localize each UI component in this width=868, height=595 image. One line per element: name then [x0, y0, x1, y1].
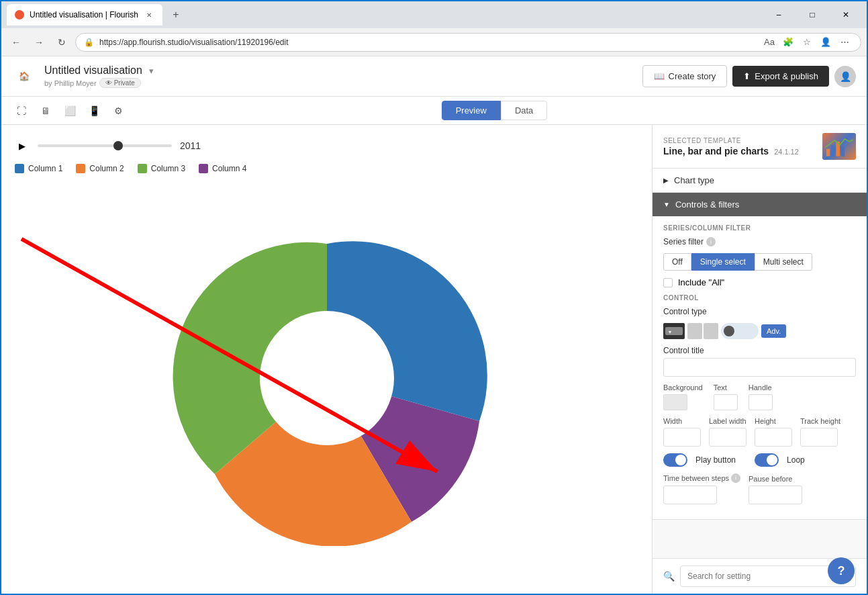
profile-icon[interactable]: 👤: [818, 34, 834, 50]
series-filter-row: Series filter i: [663, 237, 856, 246]
expand-tool-button[interactable]: ⛶: [12, 101, 31, 120]
back-button[interactable]: ←: [7, 33, 26, 52]
right-panel: Selected template Line, bar and pie char…: [652, 125, 867, 594]
ctrl-btn-left[interactable]: [687, 323, 702, 339]
dropdown-arrow[interactable]: ▾: [149, 66, 154, 76]
bookmark-icon[interactable]: ☆: [799, 34, 815, 50]
main-content: ▶ 2011 Column 1 Column 2 Column 3: [1, 125, 867, 594]
new-tab-button[interactable]: +: [166, 5, 185, 24]
legend-item-col2: Column 2: [76, 164, 124, 173]
tablet-view-button[interactable]: ⬜: [60, 101, 79, 120]
navigation-bar: ← → ↻ 🔒 https://app.flourish.studio/visu…: [1, 28, 867, 56]
template-thumbnail: [822, 133, 856, 160]
template-name: Line, bar and pie charts: [663, 146, 769, 156]
preview-area: ▶ 2011 Column 1 Column 2 Column 3: [1, 125, 652, 594]
time-between-input[interactable]: 2: [663, 486, 717, 504]
home-button[interactable]: 🏠: [12, 64, 36, 89]
handle-color-label: Handle: [749, 383, 773, 392]
address-bar[interactable]: 🔒 https://app.flourish.studio/visualisat…: [75, 33, 861, 52]
export-icon: ⬆: [743, 71, 751, 81]
export-publish-label: Export & publish: [755, 71, 818, 81]
time-between-info[interactable]: i: [731, 473, 740, 483]
chart-type-label: Chart type: [674, 175, 714, 185]
loop-toggle[interactable]: [755, 453, 779, 467]
series-filter-single[interactable]: Single select: [691, 253, 755, 271]
chart-type-section: ▶ Chart type: [653, 169, 867, 193]
legend-item-col1: Column 1: [15, 164, 62, 173]
text-color-swatch[interactable]: [714, 394, 738, 410]
tab-title: Untitled visualisation | Flourish: [30, 10, 138, 19]
desktop-view-button[interactable]: 🖥: [36, 101, 55, 120]
control-sublabel: CONTROL: [663, 294, 856, 302]
bg-color-swatch[interactable]: [663, 394, 687, 410]
create-story-button[interactable]: 📖 Create story: [642, 65, 728, 87]
series-filter-off[interactable]: Off: [663, 253, 691, 271]
adv-button[interactable]: Adv.: [761, 324, 786, 338]
label-width-input[interactable]: 4.5: [709, 428, 746, 447]
legend-label-col3: Column 3: [151, 164, 185, 173]
loop-toggle-thumb: [767, 455, 777, 465]
series-filter-info-icon[interactable]: i: [706, 237, 716, 246]
controls-filters-header[interactable]: ▼ Controls & filters: [653, 193, 867, 216]
svg-rect-5: [665, 327, 683, 335]
help-button[interactable]: ?: [828, 557, 855, 584]
width-input[interactable]: 15: [663, 428, 701, 447]
ctrl-slider[interactable]: [721, 323, 759, 339]
time-fields-row: Time between steps i 2 Pause before 0: [663, 473, 856, 504]
tab-favicon: [15, 10, 24, 19]
text-color-field: Text: [714, 383, 738, 410]
user-avatar[interactable]: 👤: [834, 66, 856, 87]
control-title-input[interactable]: [663, 358, 856, 377]
chart-type-header[interactable]: ▶ Chart type: [653, 169, 867, 192]
tab-close-btn[interactable]: ✕: [144, 9, 154, 20]
include-all-label: Include "All": [678, 277, 724, 287]
preview-tab[interactable]: Preview: [442, 101, 501, 120]
refresh-button[interactable]: ↻: [52, 33, 71, 52]
slider-thumb[interactable]: [113, 141, 123, 150]
time-between-label: Time between steps i: [663, 473, 740, 483]
pause-before-label: Pause before: [749, 475, 802, 483]
dimensions-row: Width 15 Label width 4.5 Height 1: [663, 417, 856, 447]
pause-before-input[interactable]: 0: [749, 486, 802, 504]
export-publish-button[interactable]: ⬆ Export & publish: [732, 66, 829, 87]
close-button[interactable]: ✕: [830, 4, 861, 26]
reader-icon[interactable]: Aa: [761, 34, 777, 50]
series-filter-multi[interactable]: Multi select: [755, 253, 812, 271]
extensions-icon[interactable]: 🧩: [780, 34, 796, 50]
app-header: 🏠 Untitled visualisation ▾ by Phillip Mo…: [1, 56, 867, 97]
ctrl-dropdown-icon[interactable]: ▾: [663, 323, 685, 339]
width-field: Width 15: [663, 417, 701, 447]
svg-rect-4: [841, 146, 845, 156]
height-field: Height 1: [755, 417, 792, 447]
vis-title: Untitled visualisation: [44, 64, 142, 77]
play-button[interactable]: ▶: [15, 138, 30, 153]
mobile-view-button[interactable]: 📱: [85, 101, 103, 120]
series-filter-text: Series filter: [663, 237, 704, 246]
control-title-label: Control title: [663, 346, 856, 355]
menu-icon[interactable]: ⋯: [836, 34, 853, 50]
active-tab[interactable]: Untitled visualisation | Flourish ✕: [7, 4, 162, 26]
minimize-button[interactable]: –: [763, 4, 794, 26]
track-height-input[interactable]: 0.2: [800, 428, 838, 447]
control-type-label: Control type: [663, 307, 856, 316]
forward-button[interactable]: →: [30, 33, 48, 52]
include-all-checkbox[interactable]: [663, 278, 673, 287]
controls-filters-section: ▼ Controls & filters SERIES/COLUMN FILTE…: [653, 193, 867, 520]
panel-body: ▶ Chart type ▼ Controls & filters SERIES…: [653, 169, 867, 558]
data-tab[interactable]: Data: [501, 101, 547, 120]
pause-before-field: Pause before 0: [749, 475, 802, 504]
timeline-slider[interactable]: [38, 144, 172, 147]
label-width-label: Label width: [709, 417, 746, 425]
legend-label-col1: Column 1: [28, 164, 62, 173]
maximize-button[interactable]: □: [797, 4, 828, 26]
settings-tool-button[interactable]: ⚙: [109, 101, 128, 120]
lock-icon: 🔒: [84, 38, 94, 47]
bg-color-label: Background: [663, 383, 703, 392]
legend-item-col4: Column 4: [199, 164, 246, 173]
chart-type-chevron: ▶: [663, 177, 669, 184]
control-title-field: Control title: [663, 346, 856, 377]
height-input[interactable]: 1: [755, 428, 792, 447]
ctrl-btn-right[interactable]: [704, 323, 718, 339]
play-button-toggle[interactable]: [663, 453, 687, 467]
handle-color-swatch[interactable]: [749, 394, 773, 410]
